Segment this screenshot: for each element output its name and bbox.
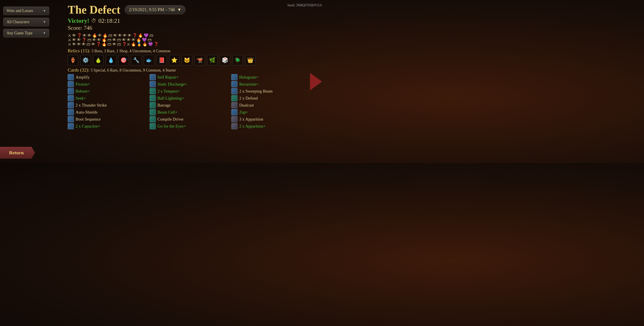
card-name: Compile Driver: [158, 117, 184, 122]
card-item: 3 x Apparition: [231, 116, 309, 122]
main-content: The Defect 2/19/2021, 9:55 PM – 746 ▼ Vi…: [68, 3, 309, 129]
card-name: Barrage: [158, 103, 170, 108]
return-label: Return: [9, 150, 24, 155]
card-name: Auto-Shields: [76, 110, 98, 115]
card-icon: [231, 74, 238, 80]
card-name: Hologram+: [239, 75, 258, 80]
chevron-down-icon: ▼: [43, 32, 46, 35]
relic-item: 🫕: [194, 55, 205, 65]
game-type-dropdown[interactable]: Any Game Type ▼: [3, 29, 49, 37]
card-item: Auto-Shields: [68, 109, 145, 115]
card-name: Zap+: [239, 110, 248, 115]
clock-icon: ⏱: [91, 18, 96, 24]
card-item: 2 x Sweeping Beam: [231, 88, 309, 94]
card-item: Fission+: [68, 81, 145, 87]
relic-item: 🌿: [207, 55, 218, 65]
card-item: 2 x Apparition+: [231, 123, 309, 129]
card-icon: [68, 116, 74, 122]
return-button[interactable]: Return: [0, 147, 35, 159]
map-section: ⚔👁❓👁👁🔥👁🔥🗃👁👁👁👁❓🔥💜🗃 ⚔👁👁❓🗃👁👁🔥🗃👁🗃👁👁👁🔥💜🗃 ⚔👁👁👁…: [68, 34, 309, 46]
card-item: Beam Cell+: [150, 109, 227, 115]
card-icon: [150, 116, 156, 122]
map-row-2: ⚔👁👁❓🗃👁👁🔥🗃👁🗃👁👁👁🔥💜🗃: [68, 38, 309, 42]
card-item: Compile Driver: [150, 116, 227, 122]
relics-row: 🏺 ⚙️ 🍐 💧 🎯 🔧 🐟 📕 ⭐ 🐱 🫕 🌿 🎲 🪲 👑: [68, 55, 309, 65]
card-name: Ball Lightning+: [158, 96, 184, 101]
card-icon: [68, 81, 74, 87]
date-dropdown[interactable]: 2/19/2021, 9:55 PM – 746 ▼: [125, 5, 186, 14]
chevron-down-icon: ▼: [43, 9, 46, 13]
card-name: Reboot+: [76, 89, 90, 94]
cards-subtitle: 5 Special, 6 Rare, 8 Uncommon, 9 Common,…: [91, 68, 176, 72]
card-item: Reboot+: [68, 88, 145, 94]
relic-item: 💧: [106, 55, 116, 65]
map-row-1: ⚔👁❓👁👁🔥👁🔥🗃👁👁👁👁❓🔥💜🗃: [68, 34, 309, 37]
card-item: Boot Sequence: [68, 116, 145, 122]
run-header: The Defect 2/19/2021, 9:55 PM – 746 ▼: [68, 3, 309, 16]
card-name: 2 x Tempest+: [158, 89, 180, 94]
card-name: 2 x Sweeping Beam: [239, 89, 273, 94]
wins-losses-dropdown[interactable]: Wins and Losses ▼: [3, 7, 49, 15]
card-name: 3 x Apparition: [239, 117, 263, 122]
card-icon: [68, 102, 74, 108]
card-icon: [68, 109, 74, 115]
relics-title: Relics (15): 3 Boss, 3 Rare, 1 Shop, 4 U…: [68, 48, 309, 54]
card-name: Go for the Eyes+: [158, 124, 186, 129]
card-name: Static Discharge+: [158, 82, 187, 87]
card-icon: [150, 95, 156, 101]
victory-label: Victory!: [68, 17, 89, 24]
chevron-down-icon: ▼: [177, 7, 182, 12]
card-item: Seek+: [68, 95, 145, 101]
card-icon: [150, 123, 156, 129]
card-item: Barrage: [150, 102, 227, 108]
card-icon: [68, 95, 74, 101]
card-item: Amplify: [68, 74, 145, 80]
card-icon: [68, 74, 74, 80]
card-name: Self Repair+: [158, 75, 179, 80]
card-icon: [231, 95, 238, 101]
cards-title: Cards (32): 5 Special, 6 Rare, 8 Uncommo…: [68, 67, 309, 73]
card-icon: [68, 123, 74, 129]
relic-item: 📕: [156, 55, 167, 65]
date-label: 2/19/2021, 9:55 PM – 746: [129, 7, 175, 12]
card-item: 2 x Capacitor+: [68, 123, 145, 129]
card-item: 2 x Defend: [231, 95, 309, 101]
run-time: 02:18:21: [98, 17, 120, 24]
relic-item: 🎯: [118, 55, 129, 65]
card-icon: [150, 81, 156, 87]
relic-item: 🐟: [144, 55, 154, 65]
card-name: 2 x Thunder Strike: [76, 103, 107, 108]
card-icon: [68, 88, 74, 94]
card-name: Beam Cell+: [158, 110, 178, 115]
all-characters-dropdown[interactable]: All Characters ▼: [3, 18, 49, 26]
card-item: Self Repair+: [150, 74, 227, 80]
card-name: 2 x Defend: [239, 96, 258, 101]
wins-losses-label: Wins and Losses: [6, 9, 33, 13]
card-name: Recursion+: [239, 82, 258, 87]
card-name: Seek+: [76, 96, 86, 101]
card-name: Dualcast: [239, 103, 254, 108]
relic-item: ⚙️: [80, 55, 91, 65]
relic-item: 🏺: [68, 55, 78, 65]
card-icon: [231, 109, 238, 115]
card-icon: [231, 102, 238, 108]
relic-item: 🔧: [131, 55, 142, 65]
victory-row: Victory! ⏱ 02:18:21: [68, 17, 309, 24]
card-item: Hologram+: [231, 74, 309, 80]
cards-grid: Amplify Self Repair+ Hologram+ Fission+ …: [68, 74, 309, 129]
map-row-3: ⚔👁👁👁🗃👁❓🔥🗃👁🗃❓⚔🔥🏅🔥💜❓: [68, 42, 309, 46]
relic-item: ⭐: [169, 55, 180, 65]
relic-item: 🪲: [232, 55, 243, 65]
card-icon: [231, 123, 238, 129]
card-item: Recursion+: [231, 81, 309, 87]
sidebar: Wins and Losses ▼ All Characters ▼ Any G…: [0, 0, 59, 163]
card-name: Fission+: [76, 82, 90, 87]
card-name: 2 x Apparition+: [239, 124, 266, 129]
card-icon: [231, 88, 238, 94]
all-characters-label: All Characters: [6, 20, 29, 24]
relic-item: 🐱: [182, 55, 192, 65]
next-arrow[interactable]: [310, 73, 322, 90]
relic-item: 👑: [245, 55, 256, 65]
card-icon: [231, 81, 238, 87]
card-item: Go for the Eyes+: [150, 123, 227, 129]
